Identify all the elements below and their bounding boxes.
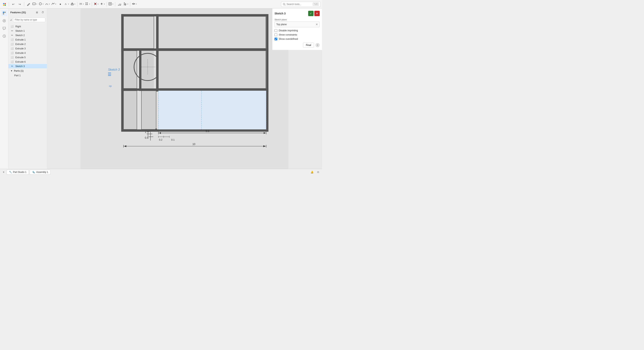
svg-rect-4 (33, 3, 35, 5)
pattern-icon (85, 2, 88, 6)
disable-imprinting-checkbox[interactable] (274, 29, 277, 32)
mirror-tool-button[interactable]: ▼ (78, 1, 84, 7)
sketch-tool-button[interactable] (25, 1, 32, 7)
show-constraints-label: Show constraints (279, 34, 297, 36)
feature-name: Extrude 3 (15, 47, 26, 50)
extrude-icon: ⬜ (10, 52, 14, 54)
search-shortcut: ⌥C (313, 2, 319, 6)
svg-rect-25 (121, 14, 124, 52)
list-item[interactable]: ⬜ Extrude 3 (8, 46, 47, 51)
search-input[interactable] (287, 3, 312, 6)
list-item[interactable]: ⬜ Extrude 2 (8, 42, 47, 46)
clear-plane-button[interactable]: ✕ (316, 23, 318, 26)
separator-6 (115, 2, 115, 6)
extrude-icon: ⬜ (10, 47, 14, 50)
undo-button[interactable]: ↩ (10, 1, 16, 7)
select-icon (123, 2, 127, 6)
transform-tool-button[interactable]: ▼ (100, 1, 106, 7)
confirm-sketch-button[interactable]: ✓ (308, 11, 314, 16)
sketch-properties-panel: Sketch 3 ✓ ✕ Sketch plane Top plane ✕ Di… (272, 8, 322, 50)
svg-text:9.6: 9.6 (206, 130, 209, 132)
feature-name: Extrude 5 (15, 56, 26, 59)
comments-icon-button[interactable] (1, 25, 7, 32)
info-icon[interactable]: i (316, 43, 320, 47)
circle-tool-button[interactable]: ▼ (38, 1, 44, 7)
svg-rect-31 (121, 48, 124, 91)
notifications-button[interactable]: 🔔 (310, 170, 314, 174)
features-icon-button[interactable] (1, 10, 7, 16)
final-button[interactable]: Final (303, 43, 314, 48)
feature-name: Sketch 3 (15, 65, 25, 68)
list-item[interactable]: ✏ Sketch 2 (8, 33, 47, 38)
svg-rect-46 (124, 91, 137, 129)
filter-input[interactable] (13, 18, 45, 22)
tab-part-studio[interactable]: 🔧 Part Studio 1 (6, 170, 29, 174)
show-overdefined-checkbox[interactable] (274, 38, 277, 40)
redo-button[interactable]: ↪ (17, 1, 23, 7)
svg-text:Sketch 3: Sketch 3 (108, 68, 120, 71)
tab-assembly[interactable]: 🔩 Assembly 1 (30, 170, 50, 174)
insert-tool-button[interactable]: ▼ (108, 1, 114, 7)
add-tab-button[interactable]: + (2, 170, 6, 174)
search-tools-container: ⌥C (281, 2, 320, 7)
disable-imprinting-row: Disable imprinting (274, 29, 320, 32)
show-constraints-checkbox[interactable] (274, 34, 277, 36)
list-item[interactable]: ⬜ Right (8, 24, 47, 28)
arc-tool-button[interactable]: ▼ (44, 1, 50, 7)
feature-name: Right (15, 25, 21, 28)
text-tool-button[interactable]: A ▼ (64, 1, 70, 7)
svg-rect-30 (121, 48, 268, 51)
history-icon-button[interactable] (1, 33, 7, 39)
assembly-tab-label: Assembly 1 (36, 171, 48, 174)
dimension-tool-button[interactable]: dim (116, 1, 122, 7)
list-item[interactable]: ⬜ Extrude 5 (8, 55, 47, 60)
filter-icon: ⊿ (10, 18, 12, 21)
svg-rect-41 (266, 91, 268, 129)
point-tool-button[interactable] (57, 1, 64, 7)
select-tool-button[interactable]: ▼ (123, 1, 129, 7)
part1-name: Part 1 (14, 74, 20, 77)
svg-text:10: 10 (192, 143, 196, 146)
separator-3 (77, 2, 78, 6)
sketch-panel-actions: ✓ ✕ (308, 11, 320, 16)
feature-name: Sketch 2 (15, 34, 25, 37)
part1-list-item[interactable]: Part 1 (8, 74, 47, 78)
sidebar-container: Features (31) ⊞ ⏱ ⊿ ⬜ Right ✏ Sketch 1 (0, 8, 47, 169)
svg-rect-2 (3, 4, 4, 6)
feature-name: Extrude 2 (15, 43, 26, 46)
svg-rect-19 (4, 12, 6, 13)
separator-2 (24, 2, 24, 6)
view-tool-button[interactable]: ▼ (132, 1, 137, 7)
parts-section-header[interactable]: ▼ Parts (1) (8, 68, 47, 74)
features-timer-button[interactable]: ⏱ (40, 10, 45, 14)
separator-1 (9, 2, 9, 6)
list-item[interactable]: ⬜ Extrude 1 (8, 38, 47, 42)
list-item[interactable]: ⬜ Extrude 6 (8, 60, 47, 64)
rectangle-tool-button[interactable]: ▼ (32, 1, 38, 7)
app-menu-button[interactable] (2, 1, 8, 7)
svg-rect-12 (87, 4, 88, 5)
toolbar-left-group: ↩ ↪ ▼ ▼ ▼ (2, 1, 137, 7)
sketch3-list-item[interactable]: ✏ Sketch 3 (8, 64, 47, 68)
add-part-icon-button[interactable] (1, 18, 7, 24)
pattern-tool-button[interactable]: ▼ (85, 1, 91, 7)
cancel-sketch-button[interactable]: ✕ (314, 11, 320, 16)
sidebar-icons (0, 8, 8, 169)
svg-rect-78 (108, 72, 111, 73)
trim-tool-button[interactable]: ▼ (93, 1, 99, 7)
polyline-tool-button[interactable]: ▼ (51, 1, 57, 7)
extrude-tool-button[interactable]: ▼ (70, 1, 76, 7)
parts-section-label: Parts (1) (14, 70, 24, 72)
sketch-plane-value-field[interactable]: Top plane ✕ (274, 22, 320, 27)
canvas-area[interactable]: 1 0.8 9.6 0.2 0.1 10 (47, 8, 322, 169)
expand-features-button[interactable]: ⊞ (34, 10, 39, 14)
svg-rect-24 (121, 14, 266, 16)
svg-point-5 (39, 3, 42, 5)
list-item[interactable]: ✏ Sketch 1 (8, 28, 47, 33)
separator-4 (92, 2, 92, 6)
settings-button[interactable]: ⚖ (316, 170, 320, 174)
rectangle-icon (32, 2, 36, 6)
toolbar: ↩ ↪ ▼ ▼ ▼ (0, 0, 322, 8)
list-item[interactable]: ⬜ Extrude 4 (8, 51, 47, 55)
svg-text:0.8: 0.8 (145, 136, 148, 139)
